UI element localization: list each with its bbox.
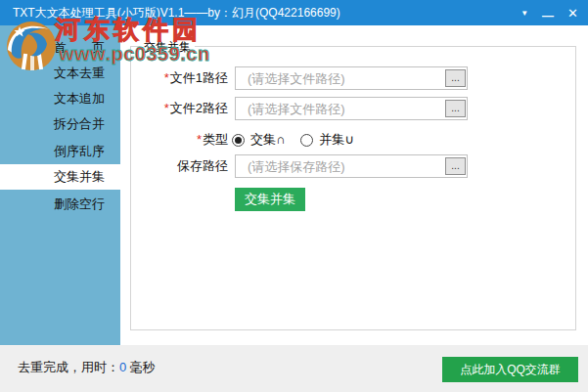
file1-path-label: *文件1路径 — [130, 66, 228, 90]
titlebar-controls: ▼ — ✕ — [520, 0, 578, 25]
required-mark: * — [164, 101, 169, 115]
sidebar-item-reverse-shuffle[interactable]: 倒序乱序 — [0, 139, 120, 164]
save-path-label: 保存路径 — [130, 154, 228, 178]
required-mark: * — [164, 70, 169, 85]
file2-path-input[interactable] — [235, 97, 468, 120]
minimize-icon[interactable]: — — [542, 11, 554, 21]
sidebar-item-home[interactable]: 首 页 — [0, 35, 120, 61]
intersect-union-button[interactable]: 交集并集 — [235, 188, 305, 211]
radio-union[interactable] — [300, 134, 313, 147]
save-browse-button[interactable]: ... — [445, 157, 466, 175]
radio-union-label[interactable]: 并集∪ — [319, 131, 354, 149]
radio-intersect[interactable] — [232, 134, 245, 147]
close-icon[interactable]: ✕ — [567, 6, 578, 21]
save-path-input[interactable] — [235, 154, 468, 178]
dropdown-caret-icon[interactable]: ▼ — [520, 9, 528, 18]
status-bar: 去重完成，用时：0 毫秒 点此加入QQ交流群 — [0, 345, 588, 392]
sidebar-item-append[interactable]: 文本追加 — [0, 86, 120, 111]
panel-title: 交集并集 — [140, 39, 195, 56]
sidebar-nav: 首 页 文本去重 文本追加 拆分合并 倒序乱序 交集并集 删除空行 — [0, 25, 120, 345]
app-window: TXT大文本处理工具(小巧版)V1.1——by：幻月(QQ422166699) … — [0, 0, 588, 392]
sidebar-item-dedupe[interactable]: 文本去重 — [0, 61, 120, 86]
file2-path-label: *文件2路径 — [130, 97, 228, 120]
type-label: *类型 — [130, 128, 228, 152]
file2-browse-button[interactable]: ... — [445, 100, 466, 117]
file1-browse-button[interactable]: ... — [445, 69, 466, 87]
sidebar-item-intersect-union[interactable]: 交集并集 — [0, 164, 120, 190]
title-bar: TXT大文本处理工具(小巧版)V1.1——by：幻月(QQ422166699) … — [0, 0, 588, 25]
join-qq-group-button[interactable]: 点此加入QQ交流群 — [442, 357, 578, 382]
file1-path-input[interactable] — [235, 66, 468, 90]
window-title: TXT大文本处理工具(小巧版)V1.1——by：幻月(QQ422166699) — [13, 0, 340, 25]
required-mark: * — [197, 132, 202, 147]
type-radio-group: 交集∩ 并集∪ — [232, 130, 370, 150]
radio-intersect-label[interactable]: 交集∩ — [250, 131, 285, 149]
status-message: 去重完成，用时：0 毫秒 — [18, 359, 156, 376]
sidebar-item-split-merge[interactable]: 拆分合并 — [0, 111, 120, 137]
sidebar-item-remove-blank-lines[interactable]: 删除空行 — [0, 192, 120, 217]
